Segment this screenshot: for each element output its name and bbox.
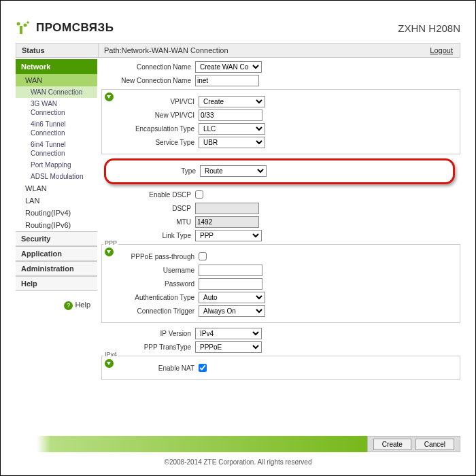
model-number: ZXHN H208N [398, 22, 460, 34]
input-password[interactable] [199, 278, 262, 290]
highlight-type-row: TypeRoute [104, 158, 455, 184]
select-ip-version[interactable]: IPv4 [195, 328, 262, 339]
sidebar-sub-wan-connection[interactable]: WAN Connection [16, 86, 97, 98]
status-label: Status [16, 44, 98, 57]
input-new-vpi-vci[interactable] [199, 109, 262, 121]
label-vpi-vci: VPI/VCI [105, 98, 199, 105]
sidebar-sub-3g-wan[interactable]: 3G WAN Connection [16, 98, 97, 118]
sidebar-sub-6in4[interactable]: 6in4 Tunnel Connection [16, 139, 97, 159]
label-pppoe-passthrough: PPPoE pass-through [105, 253, 199, 260]
help-icon: ? [64, 301, 73, 310]
create-button[interactable]: Create [373, 439, 411, 450]
footer-bar: Create Cancel [16, 436, 460, 452]
label-mtu: MTU [101, 218, 195, 226]
breadcrumb: Path:Network-WAN-WAN Connection [98, 44, 423, 57]
sidebar-sub-4in6[interactable]: 4in6 Tunnel Connection [16, 118, 97, 139]
sidebar-cat-administration[interactable]: Administration [16, 261, 97, 276]
input-new-connection-name[interactable] [195, 75, 259, 86]
sidebar-item-wan[interactable]: WAN [16, 74, 97, 86]
sidebar-cat-help[interactable]: Help [16, 276, 97, 291]
copyright-text: ©2008-2014 ZTE Corporation. All rights r… [1, 458, 475, 466]
sidebar-item-routing-ipv4[interactable]: Routing(IPv4) [16, 207, 97, 219]
checkbox-enable-nat[interactable] [199, 364, 207, 372]
input-dscp[interactable] [195, 203, 259, 214]
label-service-type: Service Type [105, 139, 199, 146]
label-enable-nat: Enable NAT [105, 364, 199, 372]
select-ppp-transtype[interactable]: PPPoE [195, 341, 262, 353]
header: ПРОМСВЯЗЬ ZXHN H208N [16, 21, 460, 35]
collapse-icon[interactable] [105, 248, 114, 256]
label-password: Password [105, 280, 199, 288]
footer-stripe [16, 436, 367, 452]
logout-link[interactable]: Logout [423, 44, 460, 57]
footer-buttons: Create Cancel [367, 436, 460, 452]
label-link-type: Link Type [101, 232, 195, 239]
panel-ipv4: IPv4 Enable NAT [101, 356, 460, 380]
sidebar-cat-application[interactable]: Application [16, 246, 97, 261]
panel-vpi: VPI/VCICreate New VPI/VCI Encapsulation … [101, 89, 460, 154]
label-enable-dscp: Enable DSCP [101, 191, 195, 199]
svg-point-2 [24, 24, 27, 27]
sidebar-sub-adsl[interactable]: ADSL Modulation [16, 171, 97, 182]
help-link[interactable]: ?Help [16, 301, 97, 310]
path-bar: Status Path:Network-WAN-WAN Connection L… [16, 43, 460, 58]
label-ip-version: IP Version [101, 330, 195, 337]
sidebar-item-routing-ipv6[interactable]: Routing(IPv6) [16, 219, 97, 231]
select-type[interactable]: Route [200, 165, 267, 177]
sidebar-sub-port-mapping[interactable]: Port Mapping [16, 159, 97, 171]
select-connection-name[interactable]: Create WAN Conne [195, 61, 262, 73]
collapse-icon[interactable] [105, 92, 114, 101]
label-connection-name: Connection Name [101, 63, 195, 71]
svg-point-1 [17, 22, 20, 26]
panel-tag-ppp: PPP [103, 239, 118, 246]
cancel-button[interactable]: Cancel [415, 439, 454, 450]
select-link-type[interactable]: PPP [195, 230, 262, 241]
collapse-icon[interactable] [105, 359, 114, 368]
checkbox-pppoe-passthrough[interactable] [199, 252, 207, 260]
label-dscp: DSCP [101, 205, 195, 212]
logo-icon [16, 21, 32, 35]
svg-point-3 [27, 21, 29, 24]
select-vpi-vci[interactable]: Create [199, 96, 265, 107]
label-encapsulation: Encapsulation Type [105, 125, 199, 133]
select-service-type[interactable]: UBR [199, 137, 265, 148]
sidebar-cat-network[interactable]: Network [16, 59, 97, 74]
panel-tag-ipv4: IPv4 [103, 351, 118, 358]
checkbox-enable-dscp[interactable] [195, 190, 203, 199]
content-panel: Connection Name Create WAN Conne New Con… [101, 59, 460, 430]
svg-rect-0 [20, 26, 22, 34]
label-username: Username [105, 267, 199, 274]
brand-logo: ПРОМСВЯЗЬ [16, 21, 114, 35]
select-auth-type[interactable]: Auto [199, 292, 265, 303]
sidebar-item-wlan[interactable]: WLAN [16, 182, 97, 194]
input-mtu[interactable] [195, 216, 259, 228]
sidebar-item-lan[interactable]: LAN [16, 194, 97, 207]
select-encapsulation[interactable]: LLC [199, 123, 265, 135]
label-auth-type: Authentication Type [105, 294, 199, 301]
sidebar: Network WAN WAN Connection 3G WAN Connec… [16, 59, 97, 430]
sidebar-cat-security[interactable]: Security [16, 231, 97, 246]
brand-text: ПРОМСВЯЗЬ [36, 21, 114, 35]
select-connection-trigger[interactable]: Always On [199, 305, 265, 317]
label-ppp-transtype: PPP TransType [101, 343, 195, 351]
label-new-vpi-vci: New VPI/VCI [105, 112, 199, 119]
input-username[interactable] [199, 265, 262, 276]
label-new-connection-name: New Connection Name [101, 77, 195, 84]
label-connection-trigger: Connection Trigger [105, 307, 199, 315]
label-type: Type [112, 167, 200, 175]
panel-ppp: PPP PPPoE pass-through Username Password… [101, 244, 460, 323]
